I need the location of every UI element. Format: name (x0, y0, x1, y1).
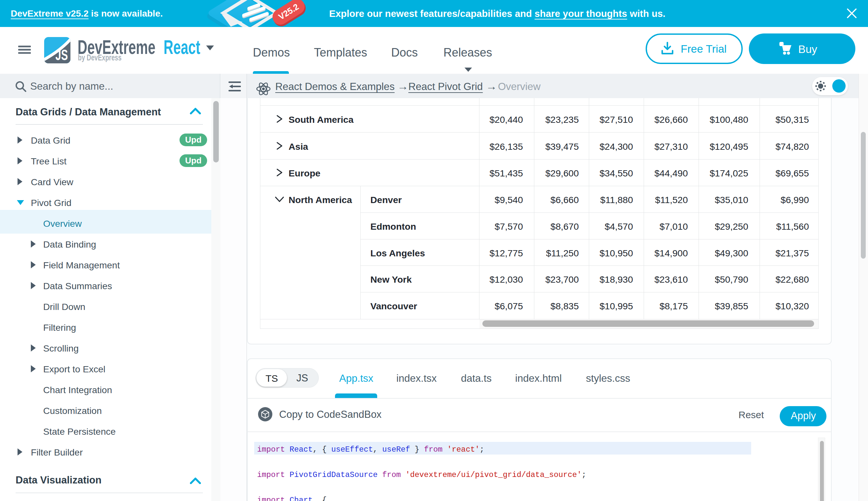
svg-text:JS: JS (55, 46, 68, 63)
